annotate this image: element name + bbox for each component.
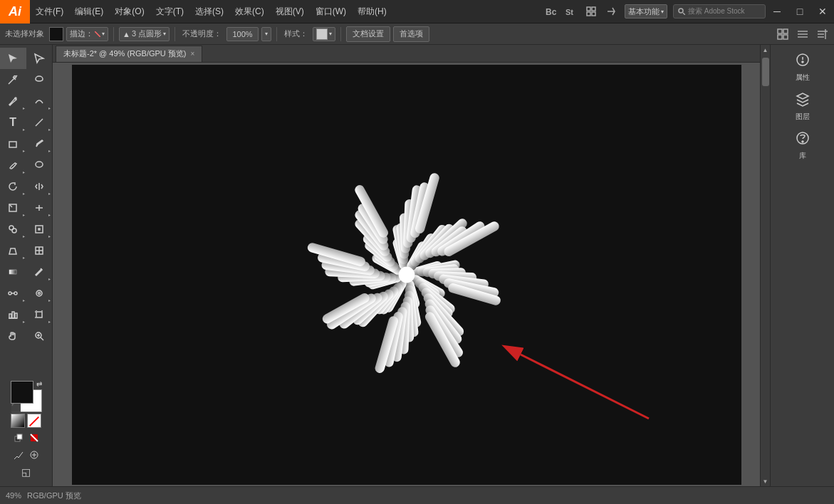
- live-paint-tool[interactable]: ▸: [26, 219, 53, 240]
- menu-object[interactable]: 对象(O): [109, 0, 150, 23]
- select-tool[interactable]: [0, 48, 26, 69]
- stroke-weight-dropdown[interactable]: ▲ 3 点圆形 ▾: [119, 27, 170, 41]
- paintbrush-tool[interactable]: ▸: [0, 154, 26, 176]
- svg-rect-37: [36, 312, 42, 317]
- svg-line-39: [41, 337, 43, 340]
- svg-rect-33: [9, 314, 11, 318]
- opacity-label: 不透明度：: [180, 28, 224, 39]
- menu-right-area: 基本功能 ▾: [625, 4, 673, 19]
- minimize-button[interactable]: ─: [766, 0, 788, 23]
- scale-tool[interactable]: ▸: [0, 197, 26, 219]
- workspace-dropdown[interactable]: 基本功能 ▾: [625, 4, 667, 19]
- menu-help[interactable]: 帮助(H): [352, 0, 392, 23]
- artboard-tool[interactable]: ▸: [26, 304, 53, 325]
- gradient-tool[interactable]: [0, 261, 26, 283]
- maximize-button[interactable]: □: [788, 0, 811, 23]
- canvas-container[interactable]: [53, 63, 760, 486]
- document-tab[interactable]: 未标题-2* @ 49% (RGB/GPU 预览) ×: [56, 46, 202, 62]
- bottom-tool-2[interactable]: [27, 448, 41, 462]
- lasso-tool[interactable]: [26, 69, 53, 90]
- pencil-tool[interactable]: ▸: [26, 133, 53, 154]
- swap-colors[interactable]: ⇄: [36, 381, 42, 388]
- arrange2-icon[interactable]: [794, 26, 811, 43]
- rectangle-tool[interactable]: ▸: [0, 133, 26, 154]
- top-toolbar: 未选择对象 描边： ▾ ▲ 3 点圆形 ▾ 不透明度： ▾ 样式： ▾ 文档设置…: [0, 23, 834, 45]
- direct-select-tool[interactable]: [26, 48, 53, 69]
- symbol-tool[interactable]: ▸: [26, 283, 53, 304]
- blend-tool[interactable]: ▸: [0, 283, 26, 304]
- swap-fill-stroke[interactable]: [11, 431, 26, 445]
- doc-settings-button[interactable]: 文档设置: [346, 26, 390, 42]
- line-tool[interactable]: ▸: [26, 112, 53, 133]
- properties-panel-button[interactable]: 属性: [771, 48, 834, 87]
- svg-point-6: [679, 9, 683, 13]
- column-graph-tool[interactable]: ▸: [0, 304, 26, 325]
- menu-effect[interactable]: 效果(C): [229, 0, 270, 23]
- menu-view[interactable]: 视图(V): [270, 0, 310, 23]
- gradient-swatch[interactable]: [11, 414, 25, 428]
- behance-icon[interactable]: Bc: [543, 4, 559, 19]
- bottom-tool-1[interactable]: [11, 448, 26, 462]
- rotate-tool[interactable]: ▸: [0, 176, 26, 197]
- preferences-button[interactable]: 首选项: [393, 26, 429, 42]
- width-tool[interactable]: ▸: [26, 197, 53, 219]
- menu-window[interactable]: 窗口(W): [310, 0, 352, 23]
- blob-brush-tool[interactable]: [26, 154, 53, 176]
- perspective-tool[interactable]: ▸: [0, 240, 26, 261]
- tool-row-1: [0, 48, 52, 69]
- tool-row-3: ▸ ▸: [0, 90, 52, 112]
- style-dropdown[interactable]: ▾: [313, 27, 335, 41]
- tool-row-5: ▸ ▸: [0, 133, 52, 154]
- svg-rect-28: [9, 270, 16, 274]
- type-tool[interactable]: T ▸: [0, 112, 26, 133]
- fill-swatch[interactable]: [49, 27, 63, 41]
- foreground-color-swatch[interactable]: [11, 381, 33, 404]
- scroll-up-button[interactable]: ▲: [761, 45, 771, 55]
- shape-builder-tool[interactable]: ▸: [0, 219, 26, 240]
- left-toolbox: ▸ ▸ T ▸ ▸ ▸ ▸: [0, 45, 53, 486]
- mirror-tool[interactable]: ▸: [26, 176, 53, 197]
- share-icon[interactable]: [603, 4, 619, 19]
- art-canvas: [72, 65, 741, 485]
- scroll-down-button[interactable]: ▼: [761, 476, 771, 486]
- zoom-tool[interactable]: [26, 325, 53, 347]
- pen-tool[interactable]: ▸: [0, 90, 26, 112]
- mesh-tool[interactable]: [26, 240, 53, 261]
- stroke-dropdown[interactable]: 描边： ▾: [66, 27, 108, 41]
- scroll-thumb[interactable]: [762, 58, 769, 86]
- library-panel-button[interactable]: 库: [771, 126, 834, 165]
- hand-tool[interactable]: [0, 325, 26, 347]
- red-x-swatch[interactable]: [27, 431, 41, 445]
- magic-wand-tool[interactable]: [0, 69, 26, 90]
- bottom-tool-3[interactable]: ◱: [19, 465, 33, 479]
- none-swatch[interactable]: [27, 414, 41, 428]
- status-bar: 49% RGB/GPU 预览: [0, 486, 834, 504]
- type-sub-indicator: ▸: [23, 127, 25, 132]
- weight-arrow: ▾: [163, 31, 166, 37]
- curvature-tool[interactable]: ▸: [26, 90, 53, 112]
- symbol-sub-indicator: ▸: [48, 298, 51, 303]
- eyedropper-tool[interactable]: ▸: [26, 261, 53, 283]
- svg-rect-43: [17, 434, 22, 439]
- toolbar-right: [774, 26, 831, 43]
- svg-rect-23: [9, 142, 16, 147]
- properties-label: 属性: [796, 73, 810, 83]
- tab-close-button[interactable]: ×: [191, 50, 195, 58]
- close-button[interactable]: ✕: [811, 0, 834, 23]
- reset-colors[interactable]: ⬛: [11, 404, 21, 412]
- menu-edit[interactable]: 编辑(E): [69, 0, 109, 23]
- swatch-row2: [11, 414, 41, 428]
- grid-icon[interactable]: [583, 4, 599, 19]
- opacity-input[interactable]: [226, 27, 259, 41]
- livepaint-sub-indicator: ▸: [48, 233, 51, 238]
- layers-panel-button[interactable]: 图层: [771, 87, 834, 126]
- menu-select[interactable]: 选择(S): [189, 0, 229, 23]
- opacity-mode-dropdown[interactable]: ▾: [261, 27, 271, 41]
- library-label: 库: [799, 151, 806, 161]
- arrange-icon[interactable]: [774, 26, 791, 43]
- search-box[interactable]: 搜索 Adobe Stock: [673, 4, 766, 19]
- arrange3-icon[interactable]: [814, 26, 831, 43]
- menu-file[interactable]: 文件(F): [30, 0, 69, 23]
- menu-type[interactable]: 文字(T): [150, 0, 189, 23]
- stock-icon[interactable]: St: [563, 4, 579, 19]
